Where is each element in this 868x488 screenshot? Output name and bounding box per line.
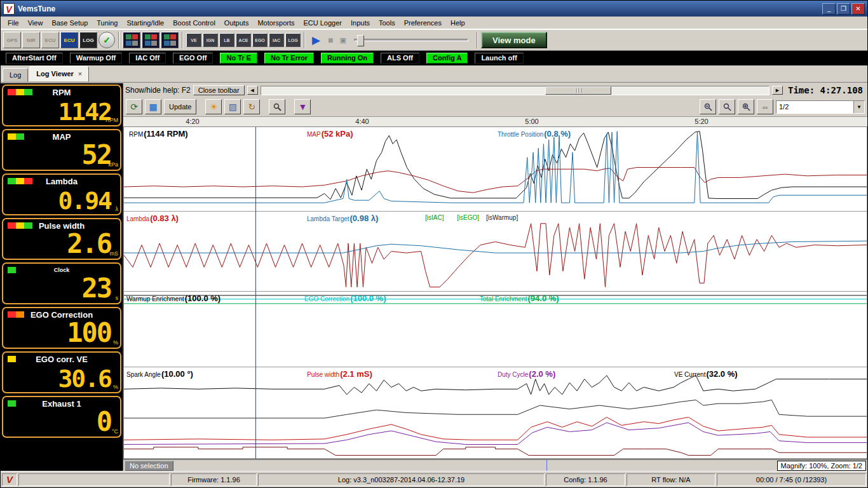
series-spark-angle	[124, 376, 867, 395]
chart-toolbar: ⟳ ▦ Update ☀ ▨ ↻ ▼	[123, 97, 867, 116]
menu-motorsports[interactable]: Motorsports	[253, 18, 299, 28]
chart-plot-1[interactable]	[124, 127, 867, 211]
chart-panel-3[interactable]: Warmup Enrichment(100.0 %)EGO Correction…	[124, 292, 867, 367]
tab-log-viewer[interactable]: Log Viewer×	[29, 66, 89, 82]
in-ecu-icon[interactable]: ECU	[60, 32, 78, 48]
settings-button[interactable]: ☀	[205, 99, 222, 114]
ign-table-icon[interactable]	[142, 32, 159, 48]
channel-name: Warmup Enrichment	[126, 295, 184, 302]
channel-value: (10.00 °)	[161, 369, 193, 379]
log-icon[interactable]: LOG	[79, 32, 97, 48]
snapshot-button[interactable]: ▣	[337, 36, 349, 44]
nir-icon[interactable]: NIR	[22, 32, 40, 48]
iac-view-icon[interactable]: IAC	[269, 33, 284, 47]
minimize-button[interactable]: _	[822, 3, 836, 15]
tab-log[interactable]: Log	[3, 68, 28, 82]
ecu-icon[interactable]: ECU	[41, 32, 59, 48]
gauge-value: 0.94	[58, 189, 111, 213]
menu-tools[interactable]: Tools	[374, 18, 400, 28]
log-scrollbar[interactable]	[261, 86, 770, 95]
logview-icon[interactable]: LOG	[285, 33, 301, 47]
chart-panel-1[interactable]: RPM(1144 RPM)MAP(52 kPa)Throttle Positio…	[124, 127, 867, 212]
playback-position-slider[interactable]	[354, 39, 468, 41]
chart-panels: RPM(1144 RPM)MAP(52 kPa)Throttle Positio…	[123, 126, 867, 459]
channel-name: Lambda	[126, 215, 149, 222]
series-duty-cycle	[124, 423, 867, 444]
maximize-button[interactable]: ❐	[837, 3, 850, 15]
chevron-down-icon[interactable]: ▼	[853, 101, 864, 113]
tab-label: Log	[10, 71, 21, 79]
chart-panel-2[interactable]: Lambda(0.83 λ)Lambda Target(0.98 λ)[isIA…	[124, 212, 867, 292]
toolbar-group-view-icons: VEIGNLBACEEGOIACLOG	[186, 33, 301, 47]
time-cursor-line[interactable]	[255, 127, 256, 459]
ign-view-icon[interactable]: IGN	[203, 33, 218, 47]
scroll-left-button[interactable]: ◄	[247, 86, 258, 95]
lambda-view-icon[interactable]: LB	[219, 33, 234, 47]
gauge-lambda[interactable]: Lambda0.94λ	[2, 173, 121, 215]
zoom-out-button[interactable]	[700, 99, 716, 114]
gps-icon[interactable]: GPS	[3, 32, 21, 48]
menu-base-setup[interactable]: Base Setup	[47, 18, 92, 28]
indicator-launch-off: Launch off	[475, 53, 523, 64]
channels-button[interactable]: ▦	[145, 99, 161, 114]
indicator-afterstart-off: AfterStart Off	[6, 53, 63, 64]
menu-boost-control[interactable]: Boost Control	[168, 18, 220, 28]
zoom-reset-button[interactable]	[719, 99, 735, 114]
table-cell-swatch	[145, 41, 151, 46]
search-button[interactable]	[269, 99, 285, 114]
refresh-button[interactable]: ⟳	[126, 99, 142, 114]
log-scrollbar-thumb[interactable]	[545, 86, 611, 95]
table-cell-swatch	[132, 41, 138, 46]
lambda-table-icon[interactable]	[161, 32, 179, 48]
update-button[interactable]: Update	[164, 99, 196, 114]
close-button[interactable]: ✕	[851, 3, 865, 15]
gauge-clock[interactable]: Clock23s	[2, 262, 121, 304]
menu-help[interactable]: Help	[446, 18, 470, 28]
play-log-button[interactable]: ▶	[308, 34, 324, 47]
chart-plot-2[interactable]	[124, 212, 867, 291]
menu-starting-idle[interactable]: Starting/Idle	[123, 18, 169, 28]
menu-preferences[interactable]: Preferences	[400, 18, 446, 28]
menu-view[interactable]: View	[24, 18, 48, 28]
reload-view-button[interactable]: ↻	[243, 99, 260, 114]
close-toolbar-button[interactable]: Close toolbar	[193, 85, 245, 95]
scroll-right-button[interactable]: ►	[772, 86, 783, 95]
channel-value: (2.0 %)	[529, 369, 555, 379]
menu-tuning[interactable]: Tuning	[92, 18, 122, 28]
zoom-in-button[interactable]	[738, 99, 754, 114]
chart-plot-4[interactable]	[124, 367, 867, 458]
ace-view-icon[interactable]: ACE	[236, 33, 251, 47]
page-select[interactable]: 1/2 ▼	[776, 100, 865, 114]
menu-inputs[interactable]: Inputs	[346, 18, 374, 28]
ve-table-icon[interactable]	[123, 32, 140, 48]
menu-file[interactable]: File	[3, 18, 24, 28]
gauge-ego-corr-ve[interactable]: EGO corr. VE30.6%	[2, 351, 121, 393]
table-cell-swatch	[145, 34, 151, 39]
table-cell-swatch	[170, 34, 176, 39]
table-cell-swatch	[151, 34, 157, 39]
channel-label-duty-cycle: Duty Cycle(2.0 %)	[498, 369, 555, 379]
playback-slider-thumb[interactable]	[357, 35, 364, 46]
tab-close-icon[interactable]: ×	[78, 70, 82, 78]
indicator-no-tr-error: No Tr Error	[264, 53, 314, 64]
stop-log-button[interactable]: ■	[324, 35, 337, 45]
gauge-unit: %	[113, 339, 118, 346]
gauge-unit: %	[113, 384, 118, 390]
ve-view-icon[interactable]: VE	[186, 33, 201, 47]
gauge-exhaust-1[interactable]: Exhaust 10°C	[2, 396, 121, 438]
gauge-ego-correction[interactable]: EGO Correction100%	[2, 307, 121, 349]
pan-mode-button[interactable]: ⇔	[757, 99, 773, 114]
gauge-rpm[interactable]: RPM1142RPM	[2, 85, 121, 126]
view-mode-button[interactable]: View mode	[481, 32, 547, 48]
gauge-map[interactable]: MAP52kPa	[2, 129, 121, 171]
channel-name: Lambda Target	[307, 215, 349, 222]
ego-view-icon[interactable]: EGO	[252, 33, 268, 47]
gauge-pulse-width[interactable]: Pulse width2.6mS	[2, 218, 121, 260]
validate-icon[interactable]: ✓	[98, 32, 115, 48]
gauge-unit: λ	[116, 206, 119, 212]
menu-ecu-logger[interactable]: ECU Logger	[299, 18, 346, 28]
chart-config-button[interactable]: ▨	[224, 99, 241, 114]
menu-outputs[interactable]: Outputs	[220, 18, 254, 28]
chart-panel-4[interactable]: Spark Angle(10.00 °)Pulse width(2.1 mS)D…	[124, 367, 867, 459]
download-button[interactable]: ▼	[294, 99, 311, 114]
